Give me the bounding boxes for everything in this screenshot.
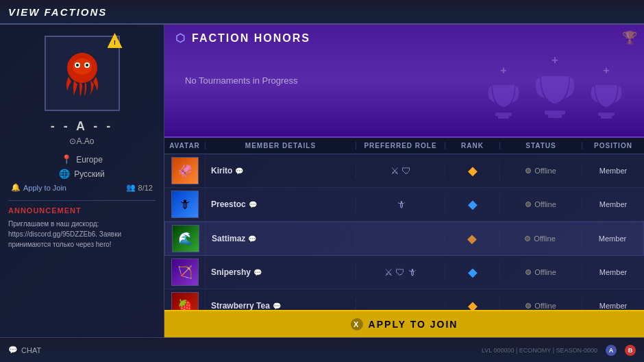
region-label: Europe: [76, 155, 103, 165]
nav-b-button[interactable]: B: [625, 345, 636, 356]
trophy-cup-icon: 🏆: [622, 30, 637, 45]
nav-a-button[interactable]: A: [606, 345, 617, 356]
rank-icon: ◆: [468, 265, 478, 280]
apply-small-label: Apply to Join: [23, 184, 66, 192]
avatar-cell: 🗡: [164, 188, 206, 221]
member-name: Strawberry Tea 💬: [211, 301, 281, 311]
globe-icon: 🌐: [59, 169, 70, 179]
chat-button[interactable]: 💬 CHAT: [8, 346, 41, 354]
honors-icon: ⬡: [175, 32, 186, 45]
location-icon: 📍: [61, 154, 72, 165]
rank-cell: ◆: [445, 262, 500, 282]
role-cell: [356, 303, 445, 309]
table-row[interactable]: 🗡 Preestoc 💬 🗡 ◆ Offline Member: [164, 188, 644, 221]
position-text: Member: [599, 268, 627, 276]
faction-emblem: [55, 46, 110, 101]
member-name: Kirito 💬: [211, 166, 243, 176]
role-icon: ⚔: [391, 165, 399, 176]
role-icons: ⚔🛡: [391, 165, 411, 176]
header-member: MEMBER DETAILS: [206, 142, 356, 149]
chat-icon: 💬: [253, 269, 262, 276]
position-text: Member: [599, 302, 627, 310]
chat-icon: 💬: [235, 167, 243, 175]
role-icon: 🗡: [396, 199, 406, 210]
sidebar: ! - - A - - ⊙A.Ao 📍 Europe 🌐 Русский: [0, 25, 164, 337]
faction-name: - - A - -: [51, 119, 114, 134]
member-name: Preestoc 💬: [211, 200, 257, 209]
avatar-img: 🏹: [171, 258, 199, 286]
avatar-cell: 🦑: [164, 154, 206, 187]
header-status: STATUS: [500, 142, 582, 149]
rank-cell: ◆: [445, 228, 499, 249]
main-content: ⬡ FACTION HONORS No Tournaments in Progr…: [164, 25, 644, 337]
svg-rect-9: [545, 110, 565, 114]
avatar-img: 🦑: [171, 157, 199, 184]
position-text: Member: [599, 200, 627, 208]
status-text: Offline: [534, 302, 556, 310]
apply-small-button[interactable]: 🔔 Apply to Join: [11, 183, 66, 192]
name-cell: Snipershy 💬: [206, 265, 356, 280]
status-dot: [525, 168, 531, 173]
rank-cell: ◆: [445, 194, 500, 215]
position-text: Member: [599, 234, 626, 243]
status-dot: [525, 202, 531, 207]
role-cell: ⚔🛡: [356, 162, 445, 179]
name-cell: Sattimaz 💬: [206, 231, 356, 246]
member-name: Snipershy 💬: [211, 267, 262, 277]
status-text: Offline: [534, 200, 556, 208]
status-cell: Offline: [500, 197, 582, 211]
faction-honors: ⬡ FACTION HONORS No Tournaments in Progr…: [164, 25, 644, 138]
avatar-cell: 🏹: [164, 256, 206, 289]
trophy-1: +: [486, 64, 521, 121]
region-row: 📍 Europe: [8, 154, 156, 165]
page-title: VIEW FACTIONS: [8, 6, 107, 18]
announcement-title: ANNOUNCEMENT: [8, 206, 156, 215]
name-cell: Kirito 💬: [206, 163, 356, 178]
language-label: Русский: [74, 169, 105, 179]
trophy-area: + + +: [486, 54, 623, 121]
faction-icon-container: !: [45, 36, 120, 111]
members-table[interactable]: AVATAR MEMBER DETAILS PREFERRED ROLE RAN…: [164, 138, 644, 337]
apply-label-text: APPLY TO JOIN: [369, 319, 458, 330]
rank-icon: ◆: [468, 197, 478, 212]
position-cell: Member: [582, 232, 643, 245]
status-dot: [525, 269, 531, 275]
header-role: PREFERRED ROLE: [356, 142, 445, 149]
table-row[interactable]: 🦑 Kirito 💬 ⚔🛡 ◆ Offline Member: [164, 154, 644, 188]
chat-icon: 💬: [8, 346, 18, 354]
avatar-img: 🗡: [171, 191, 199, 218]
status-text: Offline: [534, 268, 556, 276]
faction-honors-title: ⬡ FACTION HONORS: [175, 32, 310, 45]
svg-point-5: [86, 64, 88, 67]
table-row[interactable]: 🌊 Sattimaz 💬 ◆ Offline Member: [164, 221, 644, 256]
apply-small-icon: 🔔: [11, 183, 21, 192]
role-icons: 🗡: [396, 199, 406, 210]
a-badge: A: [606, 345, 617, 356]
role-cell: [356, 236, 445, 241]
bottom-bar: 💬 CHAT LVL 000000 | ECONOMY | SEASON-000…: [0, 337, 644, 362]
top-bar: VIEW FACTIONS: [0, 0, 644, 25]
chat-label: CHAT: [21, 346, 41, 354]
role-icon: ⚔: [384, 267, 393, 278]
chat-icon: 💬: [248, 235, 256, 243]
trophy-3: +: [589, 64, 623, 121]
rank-cell: ◆: [445, 160, 500, 181]
rank-icon: ◆: [467, 231, 477, 246]
table-header: AVATAR MEMBER DETAILS PREFERRED ROLE RAN…: [164, 138, 644, 154]
svg-rect-11: [598, 112, 615, 116]
avatar-img: 🌊: [172, 225, 199, 252]
position-cell: Member: [582, 197, 644, 211]
avatar-cell: 🌊: [165, 222, 206, 255]
header-rank: RANK: [445, 142, 500, 149]
no-tournaments: No Tournaments in Progress: [185, 75, 298, 86]
apply-to-join-bar[interactable]: X APPLY TO JOIN: [164, 310, 644, 337]
apply-btn-label: X APPLY TO JOIN: [351, 318, 458, 330]
honors-title-text: FACTION HONORS: [192, 32, 310, 45]
table-row[interactable]: 🏹 Snipershy 💬 ⚔🛡🗡 ◆ Offline Member: [164, 256, 644, 289]
role-icons: ⚔🛡🗡: [384, 267, 417, 278]
announcement-section: ANNOUNCEMENT Приглашаем в наш дискорд: h…: [8, 200, 156, 250]
language-row: 🌐 Русский: [8, 169, 156, 179]
status-dot: [525, 303, 531, 309]
bottom-right: LVL 000000 | ECONOMY | SEASON-0000 A B: [482, 345, 636, 356]
member-count-value: 8/12: [138, 184, 153, 192]
